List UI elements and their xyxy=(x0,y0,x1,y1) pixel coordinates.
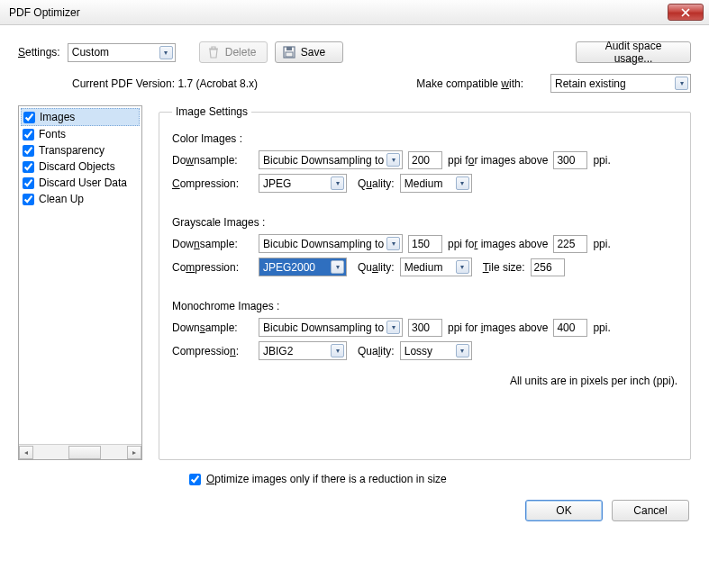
color-above-label: ppi for images above xyxy=(448,154,548,167)
mono-downsample-label: Downsample: xyxy=(172,321,253,334)
mono-ppi-input[interactable] xyxy=(408,319,442,337)
sidebar-item-label: Fonts xyxy=(39,127,66,141)
sidebar-check-clean-up[interactable] xyxy=(23,194,34,205)
chevron-down-icon: ▾ xyxy=(386,321,400,334)
sidebar-check-fonts[interactable] xyxy=(23,129,34,140)
sidebar-item-label: Discard Objects xyxy=(39,159,115,174)
current-version-label: Current PDF Version: 1.7 (Acrobat 8.x) xyxy=(72,77,258,90)
units-note: All units are in pixels per inch (ppi). xyxy=(172,375,677,387)
gray-tile-label: Tile size: xyxy=(483,261,525,274)
cancel-button[interactable]: Cancel xyxy=(612,500,689,521)
dialog-footer: OK Cancel xyxy=(18,500,691,521)
save-button[interactable]: Save xyxy=(275,41,343,63)
settings-dropdown[interactable]: Custom ▾ xyxy=(68,43,176,62)
mono-quality-dropdown[interactable]: Lossy ▾ xyxy=(400,341,472,360)
chevron-down-icon: ▾ xyxy=(331,260,344,274)
delete-button[interactable]: Delete xyxy=(199,41,268,63)
gray-compression-label: Compression: xyxy=(172,261,253,274)
sidebar-item-transparency[interactable]: Transparency xyxy=(21,142,140,158)
mono-compression-label: Compression: xyxy=(172,345,253,357)
svg-rect-2 xyxy=(286,52,293,57)
gray-ppi-suffix: ppi. xyxy=(593,238,610,250)
color-downsample-dropdown[interactable]: Bicubic Downsampling to ▾ xyxy=(259,150,403,169)
sidebar-item-discard-objects[interactable]: Discard Objects xyxy=(21,158,140,175)
sidebar-item-images[interactable]: Images xyxy=(21,108,140,126)
sidebar-check-discard-user-data[interactable] xyxy=(23,177,34,189)
scroll-left-icon[interactable]: ◂ xyxy=(19,446,33,459)
mono-ppi-above-input[interactable] xyxy=(553,319,587,337)
sidebar-check-images[interactable] xyxy=(23,112,35,123)
gray-compression-dropdown[interactable]: JPEG2000 ▾ xyxy=(259,258,347,276)
color-downsample-label: Downsample: xyxy=(172,154,253,167)
trash-icon xyxy=(205,44,222,60)
mono-downsample-dropdown[interactable]: Bicubic Downsampling to ▾ xyxy=(259,318,403,337)
category-list[interactable]: Images Fonts Transparency Discard Object… xyxy=(19,106,141,444)
category-sidebar: Images Fonts Transparency Discard Object… xyxy=(18,105,142,460)
panel-legend: Image Settings xyxy=(172,105,251,118)
delete-label: Delete xyxy=(225,46,257,59)
gray-downsample-dropdown[interactable]: Bicubic Downsampling to ▾ xyxy=(259,234,403,253)
close-button[interactable] xyxy=(668,4,704,21)
image-settings-panel: Image Settings Color Images : Downsample… xyxy=(159,105,691,460)
gray-quality-dropdown[interactable]: Medium ▾ xyxy=(400,258,472,276)
color-ppi-above-input[interactable] xyxy=(553,151,587,169)
chevron-down-icon: ▾ xyxy=(386,237,400,250)
settings-label: Settings: xyxy=(18,46,60,59)
compat-value: Retain existing xyxy=(555,77,626,90)
mono-header: Monochrome Images : xyxy=(172,300,677,312)
sidebar-item-fonts[interactable]: Fonts xyxy=(21,126,140,142)
gray-ppi-above-input[interactable] xyxy=(553,235,587,253)
sidebar-check-discard-objects[interactable] xyxy=(23,161,34,173)
mono-quality-label: Quality: xyxy=(358,345,395,357)
gray-ppi-input[interactable] xyxy=(408,235,442,253)
color-quality-label: Quality: xyxy=(358,177,395,190)
color-header: Color Images : xyxy=(172,132,677,145)
optimize-label: Optimize images only if there is a reduc… xyxy=(206,473,447,485)
sidebar-item-label: Clean Up xyxy=(39,192,84,206)
scroll-right-icon[interactable]: ▸ xyxy=(127,446,141,459)
chevron-down-icon: ▾ xyxy=(456,260,469,274)
chevron-down-icon: ▾ xyxy=(331,344,344,357)
ok-button[interactable]: OK xyxy=(525,500,603,521)
sidebar-item-label: Discard User Data xyxy=(39,176,127,190)
title-bar: PDF Optimizer xyxy=(0,0,709,25)
sidebar-item-clean-up[interactable]: Clean Up xyxy=(21,191,140,207)
mono-ppi-suffix: ppi. xyxy=(593,321,610,334)
floppy-disk-icon xyxy=(281,44,297,60)
gray-tile-input[interactable] xyxy=(531,258,565,276)
audit-button[interactable]: Audit space usage... xyxy=(576,41,691,63)
sidebar-scrollbar[interactable]: ◂ ▸ xyxy=(19,444,141,459)
gray-header: Grayscale Images : xyxy=(172,216,677,229)
chevron-down-icon: ▾ xyxy=(675,77,688,90)
version-row: Current PDF Version: 1.7 (Acrobat 8.x) M… xyxy=(72,74,691,93)
sidebar-item-discard-user-data[interactable]: Discard User Data xyxy=(21,175,140,191)
sidebar-item-label: Images xyxy=(40,110,75,124)
close-icon xyxy=(681,8,690,17)
color-quality-dropdown[interactable]: Medium ▾ xyxy=(400,174,472,193)
mono-compression-dropdown[interactable]: JBIG2 ▾ xyxy=(259,341,347,360)
scroll-thumb[interactable] xyxy=(68,446,101,459)
chevron-down-icon: ▾ xyxy=(456,344,469,357)
gray-quality-label: Quality: xyxy=(358,261,395,274)
svg-rect-1 xyxy=(286,47,292,50)
color-compression-label: Compression: xyxy=(172,177,253,190)
color-ppi-input[interactable] xyxy=(408,151,442,169)
save-label: Save xyxy=(301,46,325,59)
optimize-row: Optimize images only if there is a reduc… xyxy=(189,473,691,485)
gray-above-label: ppi for images above xyxy=(448,238,548,250)
mono-above-label: ppi for images above xyxy=(448,321,548,334)
chevron-down-icon: ▾ xyxy=(331,176,344,190)
window-title: PDF Optimizer xyxy=(9,6,668,19)
color-ppi-suffix: ppi. xyxy=(593,154,610,167)
sidebar-item-label: Transparency xyxy=(39,143,105,158)
toolbar: Settings: Custom ▾ Delete Save Audit spa… xyxy=(18,41,691,63)
gray-downsample-label: Downsample: xyxy=(172,238,253,250)
chevron-down-icon: ▾ xyxy=(386,153,400,167)
optimize-checkbox[interactable] xyxy=(189,474,201,485)
sidebar-check-transparency[interactable] xyxy=(23,145,34,157)
compat-label: Make compatible with: xyxy=(416,77,523,90)
chevron-down-icon: ▾ xyxy=(159,46,173,59)
compat-dropdown[interactable]: Retain existing ▾ xyxy=(550,74,691,93)
settings-value: Custom xyxy=(72,46,109,59)
color-compression-dropdown[interactable]: JPEG ▾ xyxy=(259,174,347,193)
